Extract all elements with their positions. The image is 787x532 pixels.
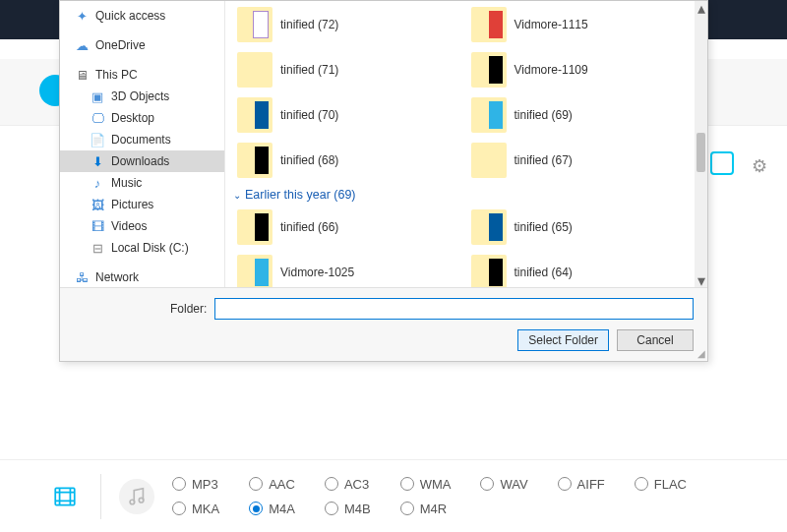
format-radio-ac3[interactable]: AC3 [325, 477, 371, 492]
folder-item[interactable]: Vidmore-1025 [231, 253, 461, 287]
nav-label: Local Disk (C:) [111, 241, 189, 256]
radio-icon [325, 477, 338, 491]
group-header[interactable]: ⌄ Earlier this year (69) [231, 180, 695, 207]
video-format-icon[interactable] [47, 479, 83, 514]
nav-tree: ✦ Quick access ☁ OneDrive 🖥 This PC ▣ 3D… [60, 1, 225, 287]
folder-item[interactable]: tinified (67) [465, 141, 696, 180]
folder-name: Vidmore-1025 [280, 266, 354, 279]
group-header-label: Earlier this year (69) [245, 188, 356, 202]
format-label: M4A [269, 502, 295, 516]
nav-quick-access[interactable]: ✦ Quick access [60, 5, 224, 27]
network-icon: 🖧 [74, 269, 90, 285]
scroll-up-icon[interactable]: ▴ [695, 1, 707, 15]
svg-rect-0 [55, 488, 75, 504]
folder-name: tinified (70) [280, 108, 338, 122]
format-radio-m4a[interactable]: M4A [249, 502, 295, 516]
folder-icon [471, 97, 507, 133]
folder-item[interactable]: Vidmore-1115 [465, 5, 696, 44]
folder-item[interactable]: tinified (72) [231, 5, 461, 44]
pictures-icon: 🖼 [90, 197, 105, 212]
pc-icon: 🖥 [74, 67, 90, 83]
folder-item[interactable]: tinified (71) [231, 50, 461, 89]
folder-name: tinified (67) [515, 153, 573, 167]
folder-icon [237, 143, 272, 178]
folder-icon [471, 7, 507, 42]
nav-label: Pictures [111, 198, 153, 212]
nav-desktop[interactable]: 🖵 Desktop [60, 107, 224, 129]
folder-item[interactable]: Vidmore-1109 [465, 50, 696, 89]
format-label: WAV [500, 477, 527, 492]
nav-local-disk[interactable]: ⊟ Local Disk (C:) [60, 237, 224, 259]
cancel-button[interactable]: Cancel [617, 329, 694, 351]
svg-point-2 [139, 498, 144, 502]
format-label: M4R [420, 502, 447, 516]
nav-music[interactable]: ♪ Music [60, 172, 224, 194]
format-label: M4B [344, 502, 371, 516]
radio-icon [172, 502, 186, 515]
radio-icon [172, 477, 186, 491]
format-radio-m4r[interactable]: M4R [400, 502, 452, 516]
nav-videos[interactable]: 🎞 Videos [60, 215, 224, 237]
format-label: WMA [420, 477, 452, 492]
scroll-down-icon[interactable]: ▾ [695, 273, 707, 287]
folder-name: Vidmore-1115 [515, 18, 588, 31]
nav-network[interactable]: 🖧 Network [60, 266, 224, 287]
nav-onedrive[interactable]: ☁ OneDrive [60, 34, 224, 56]
nav-documents[interactable]: 📄 Documents [60, 129, 224, 150]
format-radio-flac[interactable]: FLAC [635, 477, 687, 492]
folder-input[interactable] [214, 298, 694, 320]
nav-label: Downloads [111, 154, 169, 169]
folder-item[interactable]: tinified (65) [465, 207, 696, 247]
folder-item[interactable]: tinified (70) [231, 95, 461, 135]
folder-name: tinified (66) [280, 220, 338, 234]
folder-label: Folder: [170, 302, 207, 316]
select-folder-dialog: ✦ Quick access ☁ OneDrive 🖥 This PC ▣ 3D… [59, 0, 708, 362]
format-radio-aiff[interactable]: AIFF [558, 477, 605, 492]
music-icon: ♪ [90, 175, 105, 191]
nav-label: Documents [111, 133, 171, 148]
desktop-icon: 🖵 [90, 110, 105, 126]
format-bar: MP3AACAC3WMAWAVAIFFFLACMKAM4AM4BM4R [0, 459, 787, 532]
nav-label: Music [111, 176, 142, 191]
toolbar-button-outline[interactable] [710, 151, 734, 175]
folder-name: tinified (64) [515, 266, 573, 279]
format-radio-wma[interactable]: WMA [400, 477, 452, 492]
audio-format-icon[interactable] [119, 479, 154, 514]
star-icon: ✦ [74, 8, 90, 24]
select-folder-button[interactable]: Select Folder [517, 329, 609, 351]
radio-icon [249, 477, 263, 491]
format-radio-wav[interactable]: WAV [480, 477, 527, 492]
folder-icon [471, 52, 507, 88]
scroll-thumb[interactable] [696, 133, 705, 172]
radio-icon [400, 477, 414, 491]
folder-name: tinified (72) [280, 18, 338, 31]
format-label: AAC [269, 477, 295, 492]
folder-item[interactable]: tinified (66) [231, 207, 461, 247]
nav-pictures[interactable]: 🖼 Pictures [60, 194, 224, 215]
folder-item[interactable]: tinified (64) [465, 253, 696, 287]
format-radio-m4b[interactable]: M4B [325, 502, 371, 516]
nav-3d-objects[interactable]: ▣ 3D Objects [60, 86, 224, 107]
svg-point-1 [130, 500, 135, 504]
nav-this-pc[interactable]: 🖥 This PC [60, 64, 224, 86]
gear-icon[interactable]: ⚙ [752, 155, 767, 177]
format-radio-mka[interactable]: MKA [172, 502, 219, 516]
format-label: FLAC [654, 477, 687, 492]
radio-icon [249, 502, 263, 515]
nav-downloads[interactable]: ⬇ Downloads [60, 150, 224, 172]
resize-grip-icon[interactable]: ◢ [697, 348, 705, 359]
folder-icon [237, 97, 272, 133]
folder-icon [471, 143, 507, 178]
download-icon: ⬇ [90, 153, 105, 169]
scroll-track[interactable] [695, 15, 707, 273]
folder-item[interactable]: tinified (68) [231, 141, 461, 180]
format-radio-mp3[interactable]: MP3 [172, 477, 219, 492]
folder-item[interactable]: tinified (69) [465, 95, 696, 135]
nav-label: This PC [95, 68, 138, 83]
format-label: AC3 [344, 477, 369, 492]
nav-label: Quick access [95, 9, 165, 24]
documents-icon: 📄 [90, 132, 105, 148]
folder-icon [237, 209, 272, 245]
scrollbar[interactable]: ▴ ▾ [695, 1, 707, 287]
format-radio-aac[interactable]: AAC [249, 477, 295, 492]
